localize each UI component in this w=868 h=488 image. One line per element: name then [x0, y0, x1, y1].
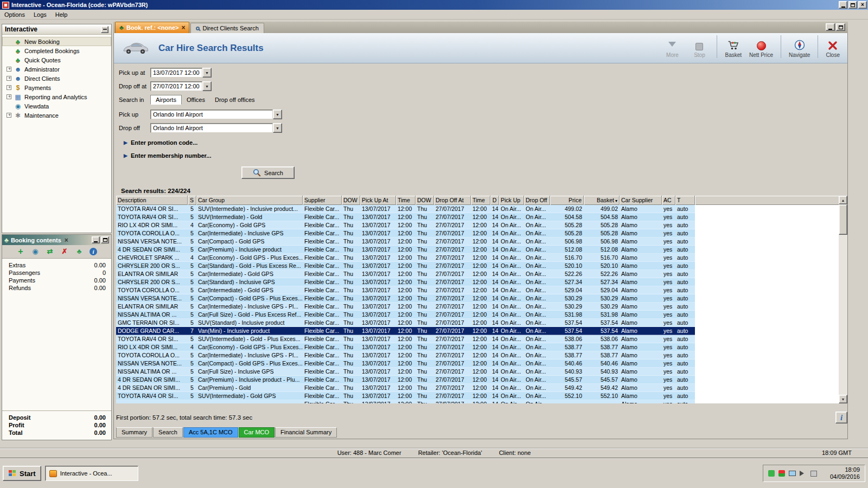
sidebar-item[interactable]: Quick Quotes: [2, 55, 111, 65]
panel-minimize-button[interactable]: [92, 236, 100, 243]
taskbar-task-button[interactable]: Interactive - Ocea...: [45, 466, 138, 481]
add-icon[interactable]: [16, 247, 25, 256]
device-tray-icon[interactable]: [810, 471, 817, 477]
column-header[interactable]: Car Supplier: [620, 196, 662, 205]
table-row[interactable]: TOYOTA RAV4 OR SI... 5 SUV(Intermediate)…: [116, 205, 695, 213]
table-row[interactable]: DODGE GRAND CAR... 7 Van(Mini) - Inclusi…: [116, 327, 695, 335]
table-row[interactable]: ELANTRA OR SIMILAR 5 Car(Intermediate) -…: [116, 303, 695, 311]
menu-logs[interactable]: Logs: [29, 11, 51, 18]
table-row[interactable]: TOYOTA RAV4 OR SI... 5 SUV(Intermediate)…: [116, 213, 695, 221]
column-header[interactable]: S: [188, 196, 196, 205]
dropoff-location-value[interactable]: Orlando Intl Airport: [150, 123, 273, 133]
volume-tray-icon[interactable]: [800, 471, 807, 476]
table-row[interactable]: 4 DR SEDAN OR SIMI... 5 Car(Premium) - I…: [116, 246, 695, 254]
expand-plus-icon[interactable]: [7, 113, 11, 118]
bottom-tab[interactable]: Financial Summary: [275, 427, 337, 438]
chevron-down-icon[interactable]: ▼: [202, 81, 212, 91]
column-header[interactable]: Price: [550, 196, 584, 205]
column-header[interactable]: Pick Up: [499, 196, 524, 205]
column-header[interactable]: Pick Up At: [360, 196, 396, 205]
column-header[interactable]: Time: [471, 196, 490, 205]
antivirus-tray-icon[interactable]: [768, 470, 775, 477]
pickup-at-field[interactable]: 13/07/2017 12:00 ▼: [150, 68, 212, 78]
search-in-option[interactable]: Drop off offices: [210, 95, 260, 104]
dropoff-location-select[interactable]: Orlando Intl Airport ▼: [150, 123, 282, 133]
table-row[interactable]: 4 DR SEDAN OR SIMI... 5 Car(Premium) - I…: [116, 376, 695, 384]
search-button[interactable]: Search: [241, 166, 295, 179]
sidebar-item[interactable]: Direct Clients: [2, 74, 111, 83]
table-row[interactable]: NISSAN ALTIMA OR ... 5 Car(Full Size) - …: [116, 311, 695, 319]
pickup-at-value[interactable]: 13/07/2017 12:00: [150, 68, 202, 78]
table-row[interactable]: NISSAN VERSA NOTE... 5 Car(Compact) - Go…: [116, 237, 695, 246]
transfer-icon[interactable]: [46, 247, 54, 256]
mdi-minimize-button[interactable]: [826, 23, 835, 31]
membership-number-expander[interactable]: ▶ Enter membership number...: [124, 152, 847, 159]
close-button[interactable]: Close: [818, 35, 840, 58]
bottom-tab[interactable]: Car MCO: [239, 427, 275, 438]
menu-help[interactable]: Help: [51, 11, 72, 18]
table-row[interactable]: GMC TERRAIN OR SI... 5 SUV(Standard) - I…: [116, 319, 695, 327]
sidebar-item[interactable]: Completed Bookings: [2, 46, 111, 55]
column-header[interactable]: Basket: [584, 196, 620, 205]
table-row[interactable]: RIO LX 4DR OR SIMI... 4 Car(Economy) - G…: [116, 221, 695, 229]
table-row[interactable]: RIO LX 4DR OR SIMI... 4 Car(Economy) - G…: [116, 343, 695, 351]
expand-plus-icon[interactable]: [7, 67, 11, 72]
search-in-option[interactable]: Airports: [150, 95, 182, 105]
table-row[interactable]: Flexible Car... Thu 13/07/2017 12:00 Thu…: [116, 400, 695, 403]
basket-button[interactable]: Basket: [717, 35, 742, 58]
column-header[interactable]: Time: [396, 196, 416, 205]
sidebar-item[interactable]: Administrator: [2, 65, 111, 74]
palm-export-icon[interactable]: [75, 247, 84, 256]
scroll-up-icon[interactable]: ▲: [839, 196, 847, 204]
dropoff-at-value[interactable]: 27/07/2017 12:00: [150, 81, 202, 91]
column-header[interactable]: Drop Off: [524, 196, 550, 205]
scrollbar-track[interactable]: [839, 235, 847, 395]
column-header[interactable]: Drop Off At: [434, 196, 471, 205]
minimize-button[interactable]: [839, 1, 847, 9]
bottom-tab[interactable]: Search: [153, 427, 183, 438]
scroll-down-icon[interactable]: ▼: [839, 395, 847, 403]
pickup-location-value[interactable]: Orlando Intl Airport: [150, 110, 273, 119]
tab-close-icon[interactable]: ×: [181, 24, 185, 31]
delete-icon[interactable]: [60, 247, 69, 256]
sidebar-item[interactable]: New Booking: [2, 37, 111, 46]
close-window-button[interactable]: ×: [858, 1, 867, 9]
app-icon[interactable]: [2, 2, 9, 9]
taskbar-clock[interactable]: 18:09 04/09/2016: [821, 466, 860, 480]
table-row[interactable]: TOYOTA COROLLA O... 5 Car(Intermediate) …: [116, 229, 695, 237]
table-row[interactable]: CHEVROLET SPARK ... 4 Car(Economy) - Gol…: [116, 254, 695, 262]
table-row[interactable]: CHRYSLER 200 OR S... 5 Car(Standard) - I…: [116, 278, 695, 286]
info-icon[interactable]: [90, 248, 97, 255]
column-header[interactable]: DOW: [416, 196, 434, 205]
table-row[interactable]: CHRYSLER 200 OR S... 5 Car(Standard) - G…: [116, 262, 695, 270]
sync-tray-icon[interactable]: [778, 470, 785, 477]
sidebar-item[interactable]: Maintenance: [2, 111, 111, 120]
sidebar-item[interactable]: Payments: [2, 83, 111, 92]
bottom-tab[interactable]: Summary: [116, 427, 152, 438]
navigate-button[interactable]: Navigate: [781, 35, 810, 58]
table-row[interactable]: NISSAN VERSA NOTE... 5 Car(Compact) - Go…: [116, 294, 695, 303]
tab-booking-ref[interactable]: ♣ Book. ref.: <none> ×: [115, 22, 189, 33]
pickup-location-select[interactable]: Orlando Intl Airport ▼: [150, 110, 282, 119]
expand-plus-icon[interactable]: [7, 85, 11, 90]
sidebar-collapse-button[interactable]: [101, 26, 108, 33]
table-row[interactable]: TOYOTA COROLLA O... 5 Car(Intermediate) …: [116, 351, 695, 359]
table-row[interactable]: 4 DR SEDAN OR SIMI... 5 Car(Premium) - G…: [116, 384, 695, 392]
expand-plus-icon[interactable]: [7, 94, 11, 99]
panel-restore-button[interactable]: [101, 236, 109, 243]
chevron-down-icon[interactable]: ▼: [273, 110, 282, 119]
column-header[interactable]: Car Group: [196, 196, 303, 205]
close-panel-icon[interactable]: ×: [65, 236, 68, 244]
mdi-restore-button[interactable]: [836, 23, 845, 31]
column-header[interactable]: T: [675, 196, 695, 205]
bottom-tab[interactable]: Acc 5A,1C MCO: [183, 427, 238, 438]
menu-options[interactable]: Options: [0, 11, 29, 18]
table-row[interactable]: TOYOTA RAV4 OR SI... 5 SUV(Intermediate)…: [116, 335, 695, 343]
column-header[interactable]: Supplier: [303, 196, 342, 205]
globe-icon[interactable]: [31, 247, 40, 256]
expand-plus-icon[interactable]: [7, 76, 11, 81]
promotion-code-expander[interactable]: ▶ Enter promotion code...: [124, 139, 847, 146]
vertical-scrollbar[interactable]: ▲ ▼: [839, 196, 847, 403]
column-header[interactable]: DOW: [342, 196, 360, 205]
network-tray-icon[interactable]: [789, 471, 796, 476]
